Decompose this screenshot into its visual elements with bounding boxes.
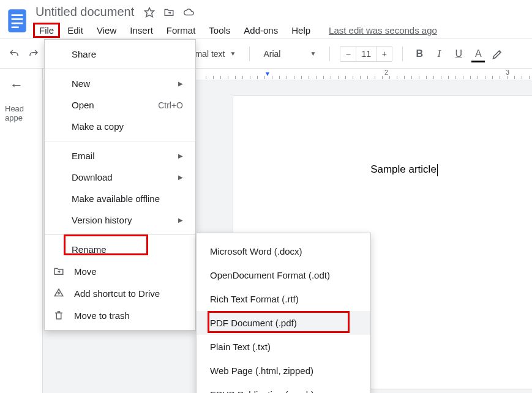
font-family-select[interactable]: Arial ▼ <box>260 49 320 59</box>
menu-item-new[interactable]: New▶ <box>45 73 195 94</box>
menu-file[interactable]: File <box>33 23 60 38</box>
font-size-value[interactable]: 11 <box>356 49 376 59</box>
submenu-arrow-icon: ▶ <box>178 217 183 223</box>
text-cursor <box>437 164 438 176</box>
svg-rect-0 <box>8 9 26 32</box>
menu-item-move[interactable]: Move <box>45 260 195 282</box>
ruler[interactable]: 1 ▼ 2 3 <box>206 69 532 80</box>
font-size-decrease[interactable]: − <box>340 47 356 61</box>
page-content[interactable]: Sample article <box>370 163 436 175</box>
ruler-tick: 3 <box>506 69 509 76</box>
drive-shortcut-icon <box>53 288 67 299</box>
menu-item-add-shortcut[interactable]: Add shortcut to Drive <box>45 282 195 304</box>
chevron-down-icon: ▼ <box>230 50 236 57</box>
chevron-down-icon: ▼ <box>310 50 316 57</box>
file-dropdown-menu: Share New▶ OpenCtrl+O Make a copy Email▶… <box>44 39 196 331</box>
menu-item-email[interactable]: Email▶ <box>45 145 195 167</box>
highlight-button[interactable] <box>491 47 504 61</box>
download-pdf[interactable]: PDF Document (.pdf) <box>197 311 370 335</box>
svg-rect-1 <box>12 14 23 16</box>
svg-marker-5 <box>145 7 154 17</box>
text-color-button[interactable]: A <box>471 47 485 61</box>
shortcut-label: Ctrl+O <box>158 100 183 110</box>
download-docx[interactable]: Microsoft Word (.docx) <box>197 239 370 263</box>
svg-rect-2 <box>12 18 23 20</box>
menu-tools[interactable]: Tools <box>203 23 236 38</box>
menu-item-offline[interactable]: Make available offline <box>45 188 195 209</box>
ruler-tick: 2 <box>384 69 388 76</box>
folder-move-icon <box>53 266 67 277</box>
undo-icon[interactable] <box>7 47 21 61</box>
bold-button[interactable]: B <box>413 47 426 61</box>
menu-item-open[interactable]: OpenCtrl+O <box>45 94 195 116</box>
document-title[interactable]: Untitled document <box>33 4 137 20</box>
indent-marker[interactable]: ▼ <box>264 70 271 77</box>
menu-item-trash[interactable]: Move to trash <box>45 304 195 326</box>
menu-item-version-history[interactable]: Version history▶ <box>45 209 195 231</box>
star-icon[interactable] <box>144 7 155 18</box>
outline-text-1: Head <box>5 104 37 113</box>
menu-item-make-copy[interactable]: Make a copy <box>45 116 195 137</box>
trash-icon <box>53 310 67 321</box>
submenu-arrow-icon: ▶ <box>178 152 183 159</box>
download-txt[interactable]: Plain Text (.txt) <box>197 335 370 359</box>
cloud-icon[interactable] <box>183 7 195 18</box>
menu-help[interactable]: Help <box>285 23 317 38</box>
submenu-arrow-icon: ▶ <box>178 174 183 181</box>
docs-logo[interactable] <box>6 6 28 36</box>
underline-button[interactable]: U <box>452 47 465 61</box>
move-icon[interactable] <box>163 7 174 18</box>
download-epub[interactable]: EPUB Publication (.epub) <box>197 383 370 393</box>
submenu-arrow-icon: ▶ <box>178 80 183 87</box>
download-html[interactable]: Web Page (.html, zipped) <box>197 359 370 383</box>
menu-item-share[interactable]: Share <box>45 43 195 65</box>
font-size-stepper[interactable]: − 11 + <box>340 46 392 62</box>
font-family-label: Arial <box>263 49 280 59</box>
menu-addons[interactable]: Add-ons <box>238 23 284 38</box>
menu-format[interactable]: Format <box>160 23 202 38</box>
svg-rect-3 <box>12 23 23 24</box>
font-size-increase[interactable]: + <box>376 47 392 61</box>
italic-button[interactable]: I <box>432 47 446 61</box>
redo-icon[interactable] <box>27 47 40 61</box>
outline-back-icon[interactable]: ← <box>5 76 37 104</box>
download-odt[interactable]: OpenDocument Format (.odt) <box>197 263 370 287</box>
download-rtf[interactable]: Rich Text Format (.rtf) <box>197 287 370 311</box>
outline-text-2: appe <box>5 113 37 122</box>
menu-edit[interactable]: Edit <box>61 23 89 38</box>
menu-insert[interactable]: Insert <box>124 23 159 38</box>
menu-item-rename[interactable]: Rename <box>45 239 195 260</box>
menu-item-download[interactable]: Download▶ <box>45 167 195 188</box>
menu-view[interactable]: View <box>91 23 122 38</box>
last-edit-link[interactable]: Last edit was seconds ago <box>329 25 437 36</box>
download-submenu: Microsoft Word (.docx) OpenDocument Form… <box>196 233 371 393</box>
svg-rect-4 <box>12 26 19 28</box>
